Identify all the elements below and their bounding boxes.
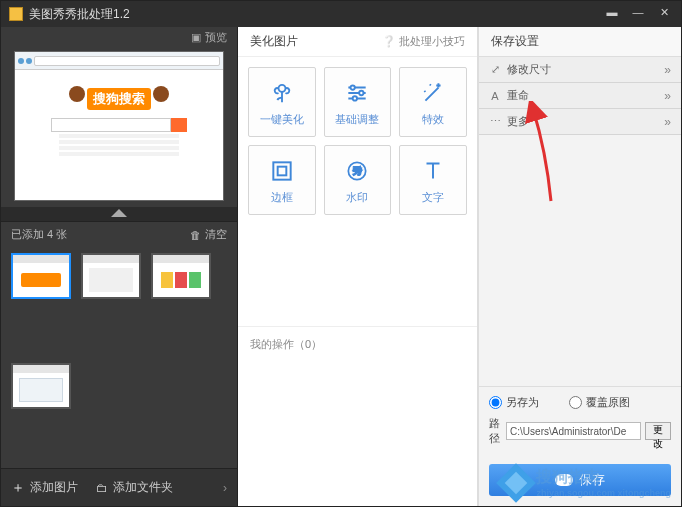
trash-icon: 🗑 xyxy=(190,229,201,241)
left-panel: ▣ 预览 搜狗搜索 已添加 4 张 🗑 清空 xyxy=(1,27,238,506)
folder-icon: 🗀 xyxy=(96,481,108,495)
preview-icon: ▣ xyxy=(191,31,201,44)
chevron-right-icon[interactable]: › xyxy=(223,481,227,495)
accordion-more[interactable]: ⋯更多 » xyxy=(479,109,681,135)
path-label: 路径 xyxy=(489,416,502,446)
preview-image[interactable]: 搜狗搜索 xyxy=(14,51,224,201)
more-icon: ⋯ xyxy=(489,116,501,128)
thumbnail-item[interactable] xyxy=(11,363,71,409)
right-title: 保存设置 xyxy=(491,33,539,50)
chevron-icon: » xyxy=(664,115,671,129)
left-bottom-bar: ＋添加图片 🗀添加文件夹 › xyxy=(1,468,237,506)
save-button[interactable]: 保存 xyxy=(489,464,671,496)
tile-effects[interactable]: 特效 xyxy=(399,67,467,137)
minimize-button[interactable]: — xyxy=(627,5,649,21)
settings-button[interactable]: ▬ xyxy=(601,5,623,21)
svg-text:秀: 秀 xyxy=(353,166,362,176)
close-button[interactable]: ✕ xyxy=(653,5,675,21)
plus-icon: ＋ xyxy=(11,479,25,497)
tile-adjust[interactable]: 基础调整 xyxy=(324,67,392,137)
my-operations: 我的操作（0） xyxy=(238,326,477,506)
change-path-button[interactable]: 更改 xyxy=(645,422,671,440)
added-count: 已添加 4 张 xyxy=(11,227,67,242)
cloud-icon xyxy=(555,474,573,486)
svg-point-1 xyxy=(351,85,355,89)
frame-icon xyxy=(267,156,297,186)
mid-title: 美化图片 xyxy=(250,33,298,50)
tips-link[interactable]: ❔批处理小技巧 xyxy=(382,34,465,49)
mid-panel: 美化图片 ❔批处理小技巧 一键美化 基础调整 特效 边框 xyxy=(238,27,478,506)
stamp-icon: 秀 xyxy=(342,156,372,186)
thumbnail-list xyxy=(1,247,237,468)
tool-grid: 一键美化 基础调整 特效 边框 秀 水印 xyxy=(238,57,477,225)
collapse-handle[interactable] xyxy=(1,207,237,221)
thumbs-header: 已添加 4 张 🗑 清空 xyxy=(1,221,237,247)
tile-text[interactable]: 文字 xyxy=(399,145,467,215)
app-title: 美图秀秀批处理1.2 xyxy=(29,6,130,23)
radio-overwrite[interactable]: 覆盖原图 xyxy=(569,395,630,410)
thumbnail-item[interactable] xyxy=(151,253,211,299)
path-input[interactable] xyxy=(506,422,641,440)
tile-frame[interactable]: 边框 xyxy=(248,145,316,215)
sliders-icon xyxy=(342,78,372,108)
svg-rect-5 xyxy=(277,166,286,175)
right-panel: 保存设置 ⤢修改尺寸 » A重命 » ⋯更多 » 另存为 覆盖原图 路径 xyxy=(478,27,681,506)
titlebar: 美图秀秀批处理1.2 ▬ — ✕ xyxy=(1,1,681,27)
clear-button[interactable]: 🗑 清空 xyxy=(190,227,227,242)
svg-point-0 xyxy=(278,84,285,91)
help-icon: ❔ xyxy=(382,35,396,48)
thumbnail-item[interactable] xyxy=(81,253,141,299)
tile-beautify[interactable]: 一键美化 xyxy=(248,67,316,137)
thumbnail-item[interactable] xyxy=(11,253,71,299)
resize-icon: ⤢ xyxy=(489,64,501,76)
wand-icon xyxy=(418,78,448,108)
flower-icon xyxy=(267,78,297,108)
accordion-rename[interactable]: A重命 » xyxy=(479,83,681,109)
app-icon xyxy=(9,7,23,21)
svg-point-3 xyxy=(353,96,357,100)
preview-label: 预览 xyxy=(205,30,227,45)
chevron-icon: » xyxy=(664,89,671,103)
chevron-icon: » xyxy=(664,63,671,77)
text-icon xyxy=(418,156,448,186)
accordion-resize[interactable]: ⤢修改尺寸 » xyxy=(479,57,681,83)
svg-point-2 xyxy=(360,90,364,94)
tile-watermark[interactable]: 秀 水印 xyxy=(324,145,392,215)
add-image-button[interactable]: ＋添加图片 xyxy=(11,479,78,497)
svg-rect-4 xyxy=(273,162,290,179)
radio-save-as[interactable]: 另存为 xyxy=(489,395,539,410)
save-settings: 另存为 覆盖原图 路径 更改 xyxy=(479,386,681,454)
add-folder-button[interactable]: 🗀添加文件夹 xyxy=(96,479,173,496)
rename-icon: A xyxy=(489,90,501,102)
